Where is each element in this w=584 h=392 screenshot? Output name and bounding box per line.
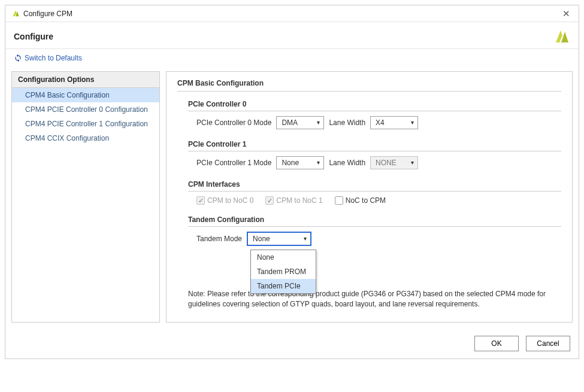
chevron-down-icon: ▾	[317, 160, 320, 166]
window-title: Configure CPM	[23, 10, 560, 18]
section-pcie0-title: PCIe Controller 0	[188, 100, 561, 111]
noc-cpm-checkbox[interactable]	[335, 196, 343, 205]
configure-heading: Configure	[14, 32, 553, 41]
cpm-noc0-checkbox: ✓	[196, 196, 205, 205]
svg-marker-3	[561, 32, 568, 42]
cpm-noc0-label: CPM to NoC 0	[207, 196, 253, 205]
pcie1-lane-label: Lane Width	[329, 159, 365, 167]
section-pcie1: PCIe Controller 1 Mode None ▾ Lane Width…	[188, 156, 561, 169]
sidebar-item-pcie1-config[interactable]: CPM4 PCIE Controller 1 Configuration	[12, 117, 159, 131]
section-interfaces: ✓ CPM to NoC 0 ✓ CPM to NoC 1 NoC to CPM	[188, 196, 561, 205]
chevron-down-icon: ▾	[411, 160, 414, 166]
sidebar-item-ccix-config[interactable]: CPM4 CCIX Configuration	[12, 131, 159, 145]
sidebar-item-label: CPM4 PCIE Controller 0 Configuration	[25, 105, 148, 114]
app-icon	[11, 10, 20, 18]
close-icon[interactable]: ✕	[560, 9, 573, 18]
cpm-noc1-label: CPM to NoC 1	[276, 196, 322, 205]
title-bar: Configure CPM ✕	[5, 5, 579, 22]
main-panel: CPM Basic Configuration PCIe Controller …	[166, 71, 573, 323]
brand-logo-icon	[553, 28, 570, 45]
tandem-option[interactable]: Tandem PROM	[251, 265, 316, 279]
pcie0-mode-label: PCIe Controller 0 Mode	[196, 118, 271, 127]
section-pcie1-title: PCIe Controller 1	[188, 140, 561, 151]
cpm-noc1-checkbox: ✓	[265, 196, 274, 205]
tandem-mode-label: Tandem Mode	[196, 235, 242, 243]
tandem-mode-select[interactable]: None ▾	[247, 232, 311, 246]
sidebar-header: Configuration Options	[12, 72, 159, 88]
switch-to-defaults-button[interactable]: Switch to Defaults	[14, 54, 82, 62]
dialog-window: Configure CPM ✕ Configure Switch to Defa…	[5, 5, 579, 359]
section-tandem-title: Tandem Configuration	[188, 215, 561, 227]
pcie1-mode-value: None	[282, 159, 299, 167]
header: Configure	[5, 22, 579, 49]
refresh-icon	[14, 54, 22, 62]
tandem-mode-value: None	[253, 235, 270, 243]
toolbar: Switch to Defaults	[5, 49, 579, 71]
note-text: Note: Please refer to the corresponding …	[188, 289, 561, 310]
chevron-down-icon: ▾	[411, 120, 414, 126]
pcie1-mode-label: PCIe Controller 1 Mode	[196, 159, 271, 167]
svg-marker-2	[556, 31, 562, 42]
pcie1-mode-select[interactable]: None ▾	[276, 156, 324, 169]
ok-button[interactable]: OK	[474, 336, 519, 351]
pcie0-lane-value: X4	[376, 118, 385, 127]
sidebar-item-pcie0-config[interactable]: CPM4 PCIE Controller 0 Configuration	[12, 102, 159, 117]
footer: OK Cancel	[5, 329, 579, 358]
pcie0-lane-label: Lane Width	[329, 118, 365, 127]
cancel-button[interactable]: Cancel	[526, 336, 570, 351]
section-pcie0: PCIe Controller 0 Mode DMA ▾ Lane Width …	[188, 116, 561, 129]
section-interfaces-title: CPM Interfaces	[188, 180, 561, 192]
noc-cpm-label: NoC to CPM	[346, 196, 386, 205]
sidebar-item-basic-config[interactable]: CPM4 Basic Configuration	[12, 88, 159, 102]
pcie1-lane-value: NONE	[376, 159, 397, 167]
pcie0-mode-select[interactable]: DMA ▾	[276, 116, 324, 129]
switch-to-defaults-label: Switch to Defaults	[25, 54, 82, 62]
tandem-option[interactable]: None	[251, 250, 316, 265]
sidebar-item-label: CPM4 CCIX Configuration	[25, 134, 109, 142]
sidebar: Configuration Options CPM4 Basic Configu…	[11, 71, 160, 323]
page-title: CPM Basic Configuration	[177, 79, 561, 92]
pcie0-mode-value: DMA	[282, 118, 298, 127]
tandem-option[interactable]: Tandem PCIe	[251, 279, 316, 293]
sidebar-item-label: CPM4 PCIE Controller 1 Configuration	[25, 120, 148, 128]
chevron-down-icon: ▾	[317, 120, 320, 126]
pcie1-lane-select: NONE ▾	[370, 156, 418, 169]
section-tandem: Tandem Mode None ▾ NoneTandem PROMTandem…	[188, 232, 561, 246]
chevron-down-icon: ▾	[304, 236, 307, 242]
body: Configuration Options CPM4 Basic Configu…	[5, 71, 579, 329]
tandem-dropdown-menu: NoneTandem PROMTandem PCIe	[250, 250, 316, 294]
pcie0-lane-select[interactable]: X4 ▾	[370, 116, 418, 129]
sidebar-item-label: CPM4 Basic Configuration	[25, 91, 110, 99]
